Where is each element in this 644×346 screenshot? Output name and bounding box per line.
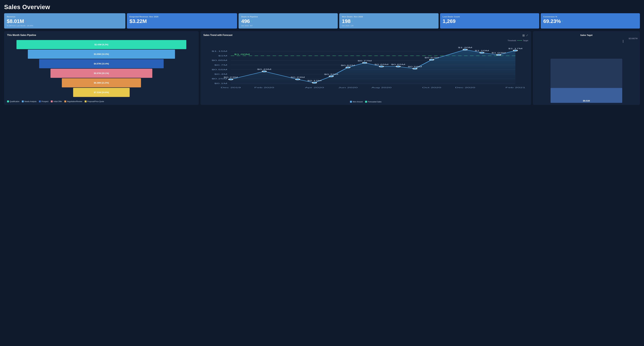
svg-text:$1.17M: $1.17M [508,48,522,49]
svg-point-47 [430,59,434,60]
funnel-segment-0[interactable]: $2.43M (8.2%) [16,40,186,49]
kpi-value-conversion: 69.23%↑ [543,18,637,24]
svg-point-55 [513,50,518,51]
legend-item-negotiation/review: ✓Negotiation/Review [64,100,82,102]
main-content-row: This Month Sales Pipeline $2.43M (8.2%)$… [4,31,640,105]
chart-legend-forecasted-sales: ✓Forecasted Sales [365,101,382,103]
svg-text:$1M: $1M [218,55,227,57]
trend-chart-panel: Sales Trend with Forecast ▦ ⤢ Threshold:… [200,31,531,105]
svg-text:$0.23M: $0.23M [224,76,238,78]
svg-text:$0.7M: $0.7M [214,64,227,66]
kpi-sub-deals-pipeline: Oct 2020: 347 [241,25,335,27]
kpi-label-lost-deals: Lost Deals Count [443,15,536,18]
funnel-segment-1[interactable]: $3.05M (10.3%) [28,49,175,59]
kpi-label-expected-revenue: Exepcted Revenue: Nov 2020 [130,15,234,18]
svg-text:$0.85M: $0.85M [212,59,227,61]
svg-point-27 [228,78,233,80]
svg-point-51 [480,52,484,53]
kpi-value-won-deals: 198↑ [342,18,436,24]
svg-text:$1.20M: $1.20M [458,47,472,48]
svg-text:$0.33M: $0.33M [324,73,338,75]
threshold-label: Threshold: [508,39,516,42]
svg-text:$0.77M: $0.77M [358,60,372,62]
svg-text:$0.87M: $0.87M [424,57,439,59]
svg-text:Oct 2020: Oct 2020 [422,87,441,88]
target-bar-container: $8.01M [535,43,638,103]
arrow-down-icon-revenue: ↓ [25,20,26,23]
chart-header: Sales Trend with Forecast ▦ ⤢ [204,34,528,38]
legend-item-prospect: ✓Prospect [39,100,48,102]
svg-point-49 [463,49,467,50]
kpi-value-expected-revenue: $3.22M [130,18,234,24]
chart-legend-check-icon: ✓ [350,101,352,103]
page-title: Sales Overview [4,3,640,10]
kpi-card-conversion: Conversion %69.23%↑ [541,13,640,28]
legend-item-needs-analysis: ✓Needs Analysis [22,100,36,102]
bar-chart-icon[interactable]: ▦ [522,34,525,37]
legend-check-icon: ✓ [51,100,53,102]
target-title: Sales Taget [580,34,592,36]
chart-toolbar: ▦ ⤢ [522,34,528,37]
funnel-segment-5[interactable]: $7.31M (24.6%) [73,88,130,97]
legend-check-icon: ✓ [64,100,66,102]
arrow-up-icon-conversion: ↑ [562,20,563,23]
arrow-up-icon-won-deals: ↑ [352,20,353,23]
kpi-value-lost-deals: 1,269 [443,18,536,24]
legend-check-icon: ✓ [39,100,41,102]
pipeline-title: This Month Sales Pipeline [7,34,196,36]
kpi-card-expected-revenue: Exepcted Revenue: Nov 2020$3.22M [127,13,237,28]
svg-point-43 [396,66,400,67]
kpi-card-revenue: Revenue$8.01M↓% Diff from Last Month: -2… [4,13,126,28]
legend-item-initial-offer: ✓Initial Offer [51,100,62,102]
svg-text:$0.62M: $0.62M [341,65,355,66]
kpi-label-conversion: Conversion % [543,15,637,18]
chart-bottom-legend: ✓Won Amount✓Forecasted Sales [204,101,528,103]
kpi-value-deals-pipeline: 496↑ [241,18,335,24]
svg-point-41 [379,66,384,67]
svg-point-53 [496,54,501,56]
funnel-segment-3[interactable]: $5.97M (20.1%) [50,69,152,78]
threshold-target-label: Target [523,39,528,42]
kpi-card-lost-deals: Lost Deals Count1,269 [440,13,539,28]
svg-text:$1.10M: $1.10M [475,50,489,52]
svg-text:Feb 2021: Feb 2021 [505,87,525,88]
svg-text:$0.65M: $0.65M [391,64,405,65]
kpi-label-won-deals: Won Deals: Nov 2020 [342,15,436,18]
threshold-line-sample [517,40,522,41]
svg-text:Feb 2020: Feb 2020 [254,87,274,88]
target-bar-outer: $8.01M [550,59,622,103]
svg-text:Jun 2020: Jun 2020 [338,87,358,88]
target-top-value: $23.8827M [629,37,638,39]
svg-point-37 [346,67,350,68]
legend-item-proposal/price-quote: ✓Proposal/Price Quote [84,100,104,102]
funnel-container: $2.43M (8.2%)$3.05M (10.3%)$4.57M (15.4%… [7,38,196,98]
funnel-segment-2[interactable]: $4.57M (15.4%) [39,59,164,68]
kpi-label-revenue: Revenue [7,15,123,18]
threshold-legend: Threshold: Target [204,39,528,42]
svg-text:$0.1M: $0.1M [214,82,227,84]
legend-check-icon: ✓ [7,100,9,102]
pipeline-panel: This Month Sales Pipeline $2.43M (8.2%)$… [4,31,199,105]
funnel-segment-4[interactable]: $6.38M (21.5%) [62,78,141,87]
kpi-row: Revenue$8.01M↓% Diff from Last Month: -2… [4,13,640,28]
pipeline-legend: ✓Qualification✓Needs Analysis✓Prospect✓I… [7,100,196,102]
chart-legend-check-icon: ✓ [365,101,367,103]
arrow-up-icon-deals-pipeline: ↑ [251,20,252,23]
svg-text:Dec 2020: Dec 2020 [455,87,475,88]
chart-legend-won-amount: ✓Won Amount [350,101,362,103]
svg-text:$0.12M: $0.12M [307,80,322,82]
chart-title: Sales Trend with Forecast [204,34,232,36]
svg-point-35 [329,75,333,77]
svg-point-45 [413,68,417,69]
kpi-card-deals-pipeline: Deals in Pipeline496↑Oct 2020: 347 [238,13,338,28]
svg-point-29 [262,71,266,72]
chart-area: $0.1M$0.25M$0.4M$0.55M$0.7M$0.85M$1M$1.1… [204,42,528,100]
svg-point-31 [296,78,300,80]
svg-text:$0.4M: $0.4M [214,73,227,75]
kpi-label-deals-pipeline: Deals in Pipeline [241,15,335,18]
expand-icon[interactable]: ⤢ [526,34,528,37]
svg-text:$0.55M: $0.55M [212,68,227,70]
svg-text:$1.03M: $1.03M [492,52,506,54]
legend-item-qualification: ✓Qualification [7,100,20,102]
svg-text:$0.49M: $0.49M [257,68,271,70]
